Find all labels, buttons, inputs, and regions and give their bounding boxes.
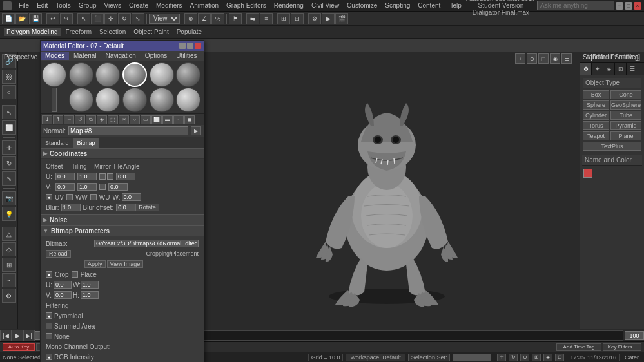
u-angle-input[interactable] [116, 173, 135, 180]
menu-modifiers[interactable]: Modifiers [153, 1, 186, 10]
v-angle-input[interactable] [108, 183, 128, 191]
shapes-btn[interactable]: ◇ [2, 242, 16, 256]
side-tab-1[interactable]: ⚙ [580, 63, 592, 75]
unlink-btn[interactable]: ⛓ [2, 70, 16, 84]
mat-unique-btn[interactable]: ◈ [97, 115, 107, 124]
zoom-extents-btn[interactable]: ⊡ [555, 354, 564, 361]
v-crop-input[interactable] [54, 291, 72, 299]
menu-content[interactable]: Content [415, 1, 444, 10]
lights-btn[interactable]: 💡 [2, 207, 16, 221]
select-btn[interactable]: ↖ [2, 105, 16, 119]
mode-selection[interactable]: Selection [97, 28, 128, 36]
select-region-btn[interactable]: ⬛ [91, 13, 104, 24]
ref-coord-dropdown[interactable]: View [149, 14, 180, 24]
rotate-btn[interactable]: ↻ [118, 13, 131, 24]
wu-check[interactable] [99, 184, 106, 190]
undo-btn[interactable]: ↩ [46, 13, 59, 24]
mat-sphere-8[interactable] [95, 88, 120, 112]
move-btn[interactable]: ✛ [104, 13, 117, 24]
field-of-view-btn[interactable]: ◈ [543, 354, 552, 361]
render-setup-btn[interactable]: ⚙ [308, 13, 321, 24]
plane-btn[interactable]: Plane [610, 131, 641, 140]
rotate-left-btn[interactable]: ↻ [2, 156, 16, 170]
menu-tools[interactable]: Tools [52, 1, 73, 10]
mat-menu-material[interactable]: Material [69, 52, 101, 60]
mat-sphere-6[interactable] [176, 62, 200, 87]
ribbon-btn[interactable]: ⊟ [291, 13, 304, 24]
mat-name-input[interactable] [68, 126, 188, 135]
helpers-btn[interactable]: ⊞ [2, 258, 16, 272]
wu-radio[interactable] [90, 194, 97, 200]
cone-btn[interactable]: Cone [610, 90, 641, 99]
menu-scripting[interactable]: Scripting [382, 1, 413, 10]
w-crop-input[interactable] [81, 281, 99, 289]
camera-btn[interactable]: 📷 [2, 191, 16, 205]
close-button[interactable]: × [634, 2, 641, 10]
bind-btn[interactable]: ○ [2, 85, 16, 99]
v-tiling-input[interactable] [77, 183, 97, 191]
reload-btn[interactable]: Reload [46, 250, 71, 258]
tube-btn[interactable]: Tube [610, 111, 641, 120]
none-radio[interactable] [46, 333, 52, 339]
mat-scrollbar[interactable] [52, 88, 57, 112]
percent-snap-btn[interactable]: % [211, 13, 224, 24]
pyramid-btn[interactable]: Pyramid [610, 121, 641, 130]
mat-sphere-11[interactable] [176, 88, 200, 112]
mat-sphere-view-btn[interactable]: ○ [130, 115, 140, 124]
add-time-tag-btn[interactable]: Add Time Tag [556, 343, 601, 351]
mat-small-view-btn[interactable]: ▫ [173, 115, 184, 124]
scale-left-btn[interactable]: ⤡ [2, 171, 16, 186]
u-crop-input[interactable] [54, 281, 72, 289]
side-tab-4[interactable]: ⊡ [615, 63, 627, 75]
u-tiling-input[interactable] [77, 173, 97, 180]
vp-nav-btn-1[interactable]: + [515, 53, 525, 64]
uv-check[interactable] [99, 173, 106, 180]
mat-standard-tab[interactable]: Standard [41, 138, 73, 148]
minimize-button[interactable]: − [616, 2, 623, 10]
vp-nav-btn-5[interactable]: ☰ [561, 53, 572, 64]
menu-animation[interactable]: Animation [187, 1, 222, 10]
mat-bitmap-tab[interactable]: Bitmap [73, 138, 99, 148]
sphere-btn[interactable]: Sphere [583, 100, 609, 110]
mat-sphere-9[interactable] [122, 88, 147, 112]
mode-populate[interactable]: Populate [174, 28, 204, 36]
mat-sphere-1[interactable] [42, 62, 66, 87]
menu-views[interactable]: Views [101, 1, 125, 10]
mat-copy-btn[interactable]: ⧉ [86, 115, 96, 124]
mat-background-btn[interactable]: ⬚ [108, 115, 118, 124]
rotate-btn-coord[interactable]: Rotate [135, 204, 159, 211]
view-image-btn[interactable]: View Image [107, 260, 144, 268]
pyramid-radio[interactable] [46, 312, 52, 319]
snap-btn[interactable]: ⊕ [184, 13, 197, 24]
color-swatch[interactable] [583, 169, 592, 178]
mirror-btn[interactable]: ⇆ [246, 13, 259, 24]
zoom-all-btn[interactable]: ⊞ [532, 354, 541, 361]
vp-nav-btn-4[interactable]: ◉ [550, 53, 560, 64]
prev-frame-btn[interactable]: |◀ [0, 330, 12, 341]
scale-btn[interactable]: ⤡ [132, 13, 144, 24]
torus-btn[interactable]: Torus [583, 121, 609, 130]
menu-create[interactable]: Create [126, 1, 151, 10]
redo-btn[interactable]: ↪ [60, 13, 73, 24]
place-radio[interactable] [72, 271, 78, 278]
teapot-btn[interactable]: Teapot [583, 131, 609, 140]
mode-obj-paint[interactable]: Object Paint [131, 28, 171, 36]
mat-menu-utilities[interactable]: Utilities [171, 52, 201, 60]
menu-graph-editors[interactable]: Graph Editors [223, 1, 269, 10]
menu-file[interactable]: File [15, 1, 32, 10]
apply-btn[interactable]: Apply [84, 260, 106, 268]
mat-sphere-7[interactable] [69, 88, 93, 112]
geometry-btn[interactable]: △ [2, 227, 16, 241]
w-angle-input[interactable] [122, 193, 141, 201]
ww-check[interactable] [107, 173, 113, 180]
mat-maximize-btn[interactable] [187, 43, 193, 49]
auto-key-btn[interactable]: Auto Key [3, 343, 35, 351]
ww-radio[interactable] [66, 194, 73, 200]
menu-rendering[interactable]: Rendering [271, 1, 307, 10]
render-btn[interactable]: ▶ [322, 13, 335, 24]
selection-set-input[interactable] [453, 354, 491, 361]
render-frame-btn[interactable]: 🎬 [335, 13, 348, 24]
mat-menu-navigation[interactable]: Navigation [101, 52, 141, 60]
mat-get-btn[interactable]: ⤓ [42, 115, 52, 124]
geosphere-btn[interactable]: GeoSphere [610, 100, 641, 110]
